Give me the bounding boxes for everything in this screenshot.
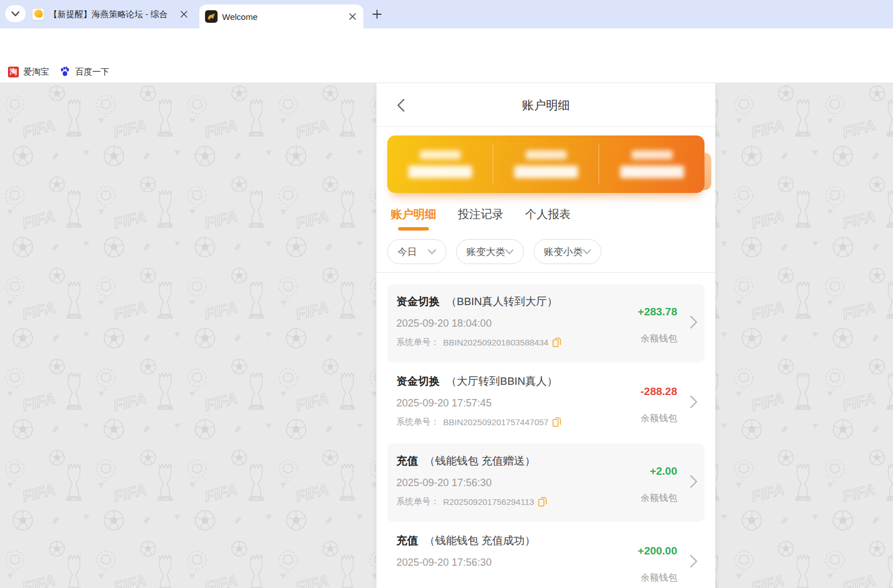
tab-search-button[interactable] <box>5 5 26 22</box>
transaction-amount: +283.78 <box>638 306 677 318</box>
transaction-detail: （BBIN真人转到大厅） <box>446 295 558 307</box>
transaction-detail: （钱能钱包 充值赠送） <box>424 455 535 467</box>
filter-label: 账变小类 <box>544 245 583 258</box>
bookmark-label: 百度一下 <box>75 67 109 77</box>
blurred-value <box>514 166 578 178</box>
chevron-down-icon <box>11 11 19 17</box>
order-number: BBIN202509201803588434 <box>443 338 548 347</box>
transaction-row[interactable]: 充值（钱能钱包 充值赠送） 2025-09-20 17:56:30 系统单号：R… <box>387 443 704 522</box>
tab-title: Welcome <box>222 12 343 22</box>
order-number: BBIN202509201757447057 <box>443 417 548 427</box>
filter-minor-type-dropdown[interactable]: 账变小类 <box>534 239 601 264</box>
account-detail-panel: 账户明细 <box>376 83 715 588</box>
transaction-order-row: 系统单号：BBIN202509201757447057 <box>396 417 619 427</box>
tab-title: 【新提醒】海燕策略论坛 - 综合 <box>49 9 174 20</box>
forum-favicon-icon <box>32 8 44 20</box>
transaction-row[interactable]: 资金切换（大厅转到BBIN真人） 2025-09-20 17:57:45 系统单… <box>387 364 704 442</box>
bookmark-baidu[interactable]: 百度一下 <box>59 64 109 79</box>
blurred-label <box>632 150 673 159</box>
transaction-detail: （大厅转到BBIN真人） <box>446 375 558 387</box>
tab-bet-records[interactable]: 投注记录 <box>458 207 503 231</box>
panel-header: 账户明细 <box>376 83 715 127</box>
tab-personal-report[interactable]: 个人报表 <box>525 207 571 231</box>
transaction-datetime: 2025-09-20 17:56:30 <box>396 477 619 489</box>
order-label: 系统单号： <box>396 417 439 427</box>
welcome-favicon-icon <box>205 10 218 23</box>
transaction-amount: +2.00 <box>650 465 677 478</box>
transaction-datetime: 2025-09-20 17:56:30 <box>396 557 619 569</box>
copy-icon[interactable] <box>538 497 547 507</box>
active-tab-underline <box>398 227 429 231</box>
transaction-row[interactable]: 充值（钱能钱包 充值成功） 2025-09-20 17:56:30 +200.0… <box>387 523 704 588</box>
transaction-amount: +200.00 <box>638 545 677 557</box>
browser-toolbar: 175616.cc/reports/index <box>0 28 893 60</box>
chevron-right-icon[interactable] <box>690 315 698 331</box>
transaction-detail: （钱能钱包 充值成功） <box>424 534 535 546</box>
balance-column <box>599 135 704 193</box>
close-tab-icon[interactable] <box>347 11 358 22</box>
chevron-right-icon[interactable] <box>690 395 698 411</box>
tab-strip: 【新提醒】海燕策略论坛 - 综合 Welcome <box>0 0 893 28</box>
transaction-type: 充值 <box>396 455 418 467</box>
tab-label: 投注记录 <box>458 208 503 220</box>
balance-card[interactable] <box>387 135 704 193</box>
copy-icon[interactable] <box>552 338 561 347</box>
new-tab-button[interactable] <box>369 6 385 22</box>
chevron-down-icon <box>583 249 591 254</box>
plus-icon <box>372 10 382 19</box>
transaction-wallet: 余额钱包 <box>641 333 677 345</box>
tab-underline <box>465 227 496 231</box>
tab-underline <box>532 227 563 231</box>
transaction-amount: -288.28 <box>641 385 677 398</box>
bookmark-label: 爱淘宝 <box>23 67 49 77</box>
transaction-title: 资金切换（大厅转到BBIN真人） <box>396 374 619 389</box>
blurred-value <box>408 166 472 178</box>
transaction-datetime: 2025-09-20 18:04:00 <box>396 318 619 330</box>
tab-welcome[interactable]: Welcome <box>199 5 363 28</box>
blurred-value <box>620 166 684 178</box>
transaction-wallet: 余额钱包 <box>641 492 677 504</box>
filter-label: 账变大类 <box>466 245 505 258</box>
report-tabs: 账户明细 投注记录 个人报表 <box>391 207 715 231</box>
chevron-right-icon[interactable] <box>690 554 698 570</box>
order-label: 系统单号： <box>396 337 439 348</box>
transaction-order-row: 系统单号：BBIN202509201803588434 <box>396 337 619 348</box>
close-tab-icon[interactable] <box>179 9 189 19</box>
tab-forum[interactable]: 【新提醒】海燕策略论坛 - 综合 <box>27 0 194 28</box>
baidu-paw-icon <box>59 66 71 77</box>
tab-account-detail[interactable]: 账户明细 <box>391 207 436 231</box>
transaction-type: 资金切换 <box>396 295 440 307</box>
filter-label: 今日 <box>398 245 417 258</box>
bookmark-aitaobao[interactable]: 淘 爱淘宝 <box>8 64 49 79</box>
tab-label: 个人报表 <box>525 208 571 220</box>
tab-label: 账户明细 <box>391 208 436 220</box>
chevron-down-icon <box>505 249 514 254</box>
taobao-icon: 淘 <box>8 67 19 77</box>
transaction-order-row: 系统单号：R202509201756294113 <box>396 496 619 507</box>
balance-card-wrap <box>387 135 704 193</box>
transaction-title: 资金切换（BBIN真人转到大厅） <box>396 294 619 309</box>
copy-icon[interactable] <box>552 417 561 427</box>
filter-date-dropdown[interactable]: 今日 <box>387 239 446 264</box>
chevron-right-icon[interactable] <box>690 475 698 491</box>
order-number: R202509201756294113 <box>443 497 534 507</box>
page-background: FIFA <box>0 83 893 588</box>
transaction-title: 充值（钱能钱包 充值赠送） <box>396 454 619 468</box>
transaction-wallet: 余额钱包 <box>641 572 677 584</box>
transaction-title: 充值（钱能钱包 充值成功） <box>396 533 619 548</box>
blurred-label <box>526 150 567 159</box>
transaction-row[interactable]: 资金切换（BBIN真人转到大厅） 2025-09-20 18:04:00 系统单… <box>387 284 704 363</box>
blurred-label <box>420 150 461 159</box>
transaction-datetime: 2025-09-20 17:57:45 <box>396 397 619 409</box>
filter-row: 今日 账变大类 账变小类 <box>376 231 715 273</box>
filter-major-type-dropdown[interactable]: 账变大类 <box>456 239 524 264</box>
bookmarks-bar: 淘 爱淘宝 百度一下 <box>0 60 893 83</box>
balance-column <box>493 135 599 193</box>
page-title: 账户明细 <box>376 83 715 127</box>
transaction-type: 资金切换 <box>396 375 440 387</box>
transaction-list: 资金切换（BBIN真人转到大厅） 2025-09-20 18:04:00 系统单… <box>376 273 715 588</box>
balance-column <box>387 135 493 193</box>
transaction-type: 充值 <box>396 534 418 546</box>
order-label: 系统单号： <box>396 496 439 507</box>
transaction-wallet: 余额钱包 <box>641 413 677 425</box>
